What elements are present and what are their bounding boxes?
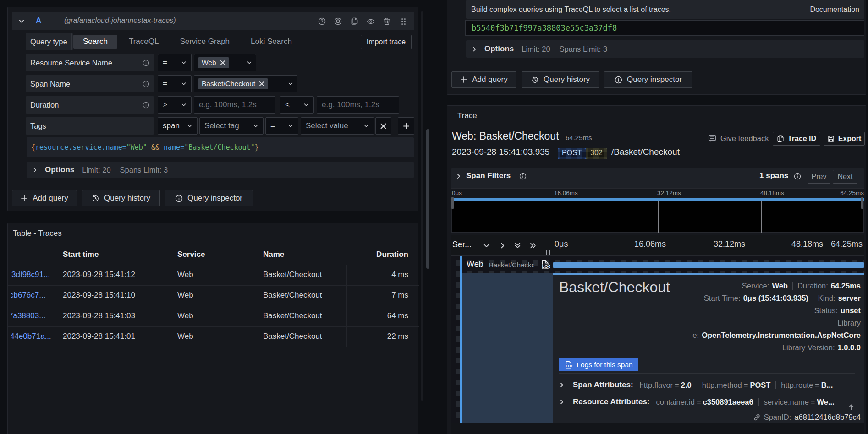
info-icon[interactable] bbox=[143, 60, 149, 66]
duration-max-input[interactable]: e.g. 100ms, 1.2s bbox=[317, 96, 399, 114]
traceql-editor[interactable]: b5540f3b71f997a38803e55c3a37df8 bbox=[465, 20, 864, 36]
info-icon[interactable] bbox=[794, 173, 801, 180]
import-trace-button[interactable]: Import trace bbox=[361, 35, 412, 49]
add-tag-button[interactable] bbox=[398, 117, 414, 135]
remove-tag-button[interactable] bbox=[375, 117, 391, 135]
trace-id-link[interactable]: cb676c7... bbox=[11, 291, 59, 300]
remove-value-icon[interactable] bbox=[220, 60, 225, 65]
prev-span-button[interactable]: Prev bbox=[808, 170, 830, 184]
export-button[interactable]: Export bbox=[824, 132, 865, 146]
overview-label: e: bbox=[692, 331, 699, 340]
give-feedback-link[interactable]: Give feedback bbox=[708, 134, 769, 143]
minimap-canvas[interactable] bbox=[451, 201, 864, 233]
query-inspector-button[interactable]: Query inspector bbox=[604, 71, 692, 88]
remove-value-icon[interactable] bbox=[259, 81, 264, 87]
drag-query-grip-icon[interactable] bbox=[400, 17, 407, 26]
ruler-tick-label: 0μs bbox=[555, 239, 568, 249]
column-header-service[interactable]: Service bbox=[177, 250, 205, 259]
grid-line bbox=[631, 235, 631, 256]
options-collapse[interactable]: Options Limit: 20 Spans Limit: 3 bbox=[466, 40, 864, 58]
span-attributes-row[interactable]: Span Attributes: http.flavor=2.0 http.me… bbox=[559, 380, 860, 391]
remove-query-trash-icon[interactable] bbox=[383, 17, 390, 25]
add-query-button[interactable]: Add query bbox=[451, 71, 516, 88]
span-duration-bar[interactable] bbox=[553, 262, 864, 268]
query-history-button[interactable]: Query history bbox=[522, 71, 599, 88]
query-history-button[interactable]: Query history bbox=[82, 190, 160, 206]
table-row[interactable]: 7a38803... 2023-09-28 15:41:03 Web Baske… bbox=[8, 306, 419, 327]
span-row[interactable]: Web Basket/Checkout LOG bbox=[451, 256, 864, 273]
preview-key1-text: resource.service.name bbox=[35, 143, 122, 152]
pane-resize-handle[interactable] bbox=[426, 129, 429, 269]
span-name-value-select[interactable]: Basket/Checkout bbox=[194, 75, 297, 92]
span-id-label: SpanID: bbox=[764, 413, 791, 422]
column-header-start-time[interactable]: Start time bbox=[63, 250, 99, 259]
copy-query-icon[interactable] bbox=[351, 17, 358, 25]
minimap-right-handle[interactable] bbox=[861, 197, 863, 209]
tag-value-select[interactable]: Select value bbox=[301, 117, 374, 135]
table-row[interactable]: cb676c7... 2023-09-28 15:41:10 Web Baske… bbox=[8, 286, 419, 306]
query-inspector-button[interactable]: Query inspector bbox=[165, 190, 253, 206]
value-pill[interactable]: Basket/Checkout bbox=[198, 78, 268, 89]
add-query-button[interactable]: Add query bbox=[12, 190, 77, 206]
equals-sign: = bbox=[815, 381, 819, 389]
span-detail-row: Basket/Checkout Service: Web Duration: 6… bbox=[451, 273, 864, 423]
resource-service-value-select[interactable]: Web bbox=[194, 54, 256, 71]
service-operation-column-header[interactable]: Ser... bbox=[452, 240, 472, 250]
expand-all-icon[interactable] bbox=[529, 242, 537, 250]
span-logs-icon[interactable]: LOG bbox=[540, 260, 550, 270]
table-row[interactable]: 3df98c91... 2023-09-28 15:41:12 Web Bask… bbox=[8, 265, 419, 286]
chevron-down-icon[interactable] bbox=[483, 242, 490, 250]
next-span-button[interactable]: Next bbox=[833, 170, 857, 184]
query-header[interactable]: A (grafanacloud-johannestax-traces) bbox=[12, 12, 414, 30]
documentation-link[interactable]: Documentation bbox=[810, 5, 859, 14]
tab-traceql[interactable]: TraceQL bbox=[119, 35, 169, 49]
record-circle-icon[interactable] bbox=[334, 17, 342, 25]
chevron-right-icon[interactable] bbox=[499, 242, 506, 250]
scroll-to-top-icon[interactable] bbox=[848, 404, 855, 411]
duration-lt-op-select[interactable]: < bbox=[280, 96, 314, 114]
attribute-item: service.name=We... bbox=[764, 398, 835, 407]
help-icon[interactable] bbox=[318, 17, 326, 25]
logs-for-span-button[interactable]: LOG Logs for this span bbox=[559, 358, 638, 371]
tab-search[interactable]: Search bbox=[73, 35, 117, 49]
trace-panel-title[interactable]: Trace bbox=[457, 111, 477, 120]
column-header-duration[interactable]: Duration bbox=[347, 250, 408, 259]
link-icon[interactable] bbox=[753, 413, 761, 421]
column-divider bbox=[346, 286, 347, 306]
column-header-name[interactable]: Name bbox=[263, 250, 284, 259]
trace-id-link[interactable]: 3df98c91... bbox=[11, 270, 59, 279]
info-icon[interactable] bbox=[519, 173, 527, 180]
options-collapse[interactable]: Options Limit: 20 Spans Limit: 3 bbox=[27, 162, 414, 178]
trace-id-link[interactable]: 7a38803... bbox=[11, 311, 59, 320]
traceql-editor-value[interactable]: b5540f3b71f997a38803e55c3a37df8 bbox=[472, 23, 617, 33]
table-row[interactable]: 44e0b71a... 2023-09-28 15:41:01 Web Bask… bbox=[8, 327, 419, 347]
trace-id-link[interactable]: 44e0b71a... bbox=[11, 332, 59, 341]
hide-response-eye-icon[interactable] bbox=[367, 18, 375, 25]
timeline-minimap[interactable]: 0μs 16.06ms 32.12ms 48.18ms 64.25ms bbox=[451, 189, 864, 233]
options-limit-text: Limit: 20 bbox=[82, 166, 110, 174]
query-ref-id[interactable]: A bbox=[36, 16, 41, 25]
info-icon[interactable] bbox=[143, 102, 149, 108]
buttons-add-query-text: Add query bbox=[472, 75, 508, 84]
trace-id-button[interactable]: Trace ID bbox=[773, 132, 820, 146]
collapse-chevron-icon[interactable] bbox=[18, 17, 25, 25]
value-pill[interactable]: Web bbox=[198, 57, 229, 68]
span-filters-bar[interactable]: Span Filters 1 spans Prev Next bbox=[451, 168, 864, 188]
minimap-left-handle[interactable] bbox=[451, 197, 454, 209]
span-name-op-select[interactable]: = bbox=[158, 75, 192, 92]
column-resize-grip[interactable] bbox=[546, 250, 550, 255]
duration-gt-op-select[interactable]: > bbox=[158, 96, 192, 114]
span-name-label: Span Name bbox=[26, 75, 154, 92]
info-icon[interactable] bbox=[143, 81, 149, 87]
tag-scope-select[interactable]: span bbox=[158, 117, 198, 135]
left-pane-scrollbar-track[interactable] bbox=[421, 11, 423, 401]
duration-min-input[interactable]: e.g. 100ms, 1.2s bbox=[194, 96, 275, 114]
tab-loki-search[interactable]: Loki Search bbox=[241, 35, 302, 49]
resource-service-op-select[interactable]: = bbox=[158, 54, 192, 71]
tag-name-select[interactable]: Select tag bbox=[199, 117, 264, 135]
tab-service-graph[interactable]: Service Graph bbox=[170, 35, 239, 49]
table-panel-title[interactable]: Table - Traces bbox=[13, 229, 62, 238]
tag-op-select[interactable]: = bbox=[265, 117, 298, 135]
resource-attributes-row[interactable]: Resource Attributes: container.id=c35089… bbox=[559, 396, 860, 407]
collapse-all-icon[interactable] bbox=[514, 242, 522, 250]
